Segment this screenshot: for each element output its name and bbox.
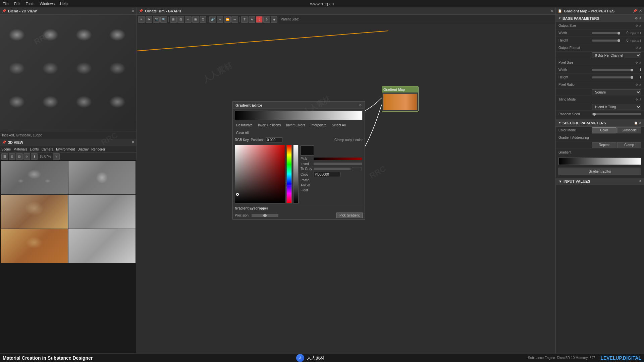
graph-tool-link[interactable]: 🔗 — [209, 16, 216, 23]
pin-3d-icon: 📌 — [2, 140, 6, 144]
3d-tool-4[interactable]: ⊹ — [23, 153, 30, 160]
base-params-section-header[interactable]: ▼ BASE PARAMETERS ⚙ ↺ — [556, 15, 644, 22]
ge-color-swatch[interactable] — [301, 145, 314, 156]
repeat-btn[interactable]: Repeat — [592, 142, 616, 148]
graph-tool-select[interactable]: ↖ — [138, 16, 145, 23]
graph-tool-pin[interactable]: 📍 — [256, 16, 263, 23]
material-thumb-4[interactable] — [68, 195, 136, 229]
tiling-dropdown-wrap: H and V Tiling — [592, 104, 641, 110]
website-watermark: www.rrcg.cn — [310, 1, 334, 6]
material-thumb-1[interactable] — [1, 161, 68, 194]
material-thumb-6[interactable] — [68, 229, 136, 263]
graph-tool-camera[interactable]: 📷 — [153, 16, 160, 23]
ge-alpha-strip[interactable] — [293, 145, 299, 203]
gradient-preview[interactable] — [558, 158, 641, 165]
color-mode-row: Color Mode Color Grayscale — [556, 127, 644, 134]
graph-tool-5[interactable]: ⊡ — [200, 16, 206, 23]
graph-toolbar: ↖ ✥ 📷 🔍 ⊞ ⊡ ⊹ ⊞ ⊡ 🔗 ✂ ⏩ ↩ T A 📍 B ◈ Pare… — [137, 15, 555, 24]
3d-tool-6[interactable]: ⤡ — [53, 153, 60, 160]
ge-gradient-bar[interactable] — [235, 111, 363, 120]
format-value-row: 8 Bits Per Channel — [556, 52, 644, 59]
properties-icon: 📋 — [558, 9, 562, 13]
specific-params-section-header[interactable]: ▼ SPECIFIC PARAMETERS 📋 ↺ — [556, 119, 644, 127]
ge-btn-desaturate[interactable]: Desaturate — [235, 123, 254, 128]
ge-hex-input[interactable] — [314, 172, 340, 177]
graph-header: 📌 OrnateTrim - GRAPH ✕ — [137, 7, 555, 15]
graph-tool-wrap[interactable]: ↩ — [231, 16, 238, 23]
ge-hue-strip[interactable] — [286, 145, 292, 203]
graph-tool-frame[interactable]: ⊞ — [170, 16, 177, 23]
ge-close[interactable]: ✕ — [359, 103, 362, 107]
graph-tool-c[interactable]: ◈ — [271, 16, 277, 23]
ge-btn-invert-pos[interactable]: Invert Positions — [257, 123, 282, 128]
graph-content[interactable]: Blend 4096x4096 - L16 — [137, 24, 555, 362]
px-width-slider[interactable] — [592, 69, 633, 71]
ge-btn-select-all[interactable]: Select All — [330, 123, 347, 128]
random-seed-slider[interactable] — [592, 113, 641, 115]
tab-scene[interactable]: Scene — [1, 147, 11, 151]
material-thumb-3[interactable] — [1, 195, 68, 229]
panel-3d-tabs: Scene Materials Lights Camera Environmen… — [0, 146, 137, 153]
ge-position-input[interactable] — [266, 137, 282, 142]
tab-lights[interactable]: Lights — [30, 147, 39, 151]
node-gradient-map[interactable]: Gradient Map — [382, 86, 419, 112]
close-right-icon[interactable]: ✕ — [639, 9, 642, 13]
input-values-section-header[interactable]: ▼ INPUT VALUES ↺ — [556, 178, 644, 185]
graph-tool-zoom[interactable]: 🔍 — [160, 16, 167, 23]
tab-renderer[interactable]: Renderer — [91, 147, 105, 151]
panel-2d-info: Indexed, Grayscale, 16bpc — [2, 133, 42, 137]
menu-tools[interactable]: Tools — [26, 2, 35, 6]
ge-pick-gradient-btn[interactable]: Pick Gradient — [336, 213, 363, 218]
height-slider[interactable] — [592, 40, 620, 42]
ratio-dropdown-wrap: Square — [592, 89, 641, 95]
3d-tool-5[interactable]: ℹ — [31, 153, 38, 160]
svg-line-0 — [137, 31, 388, 51]
ge-btn-clear-all[interactable]: Clear All — [235, 130, 250, 135]
graph-tool-fit[interactable]: ⊡ — [177, 16, 184, 23]
menu-windows[interactable]: Windows — [40, 2, 55, 6]
graph-tool-pass[interactable]: ⏩ — [224, 16, 231, 23]
close-3d-icon[interactable]: ✕ — [131, 140, 135, 144]
pin-right-icon[interactable]: 📌 — [633, 9, 637, 13]
ge-color-picker[interactable] — [235, 145, 285, 203]
format-dropdown[interactable]: 8 Bits Per Channel — [592, 52, 641, 58]
ge-precision-slider[interactable] — [252, 214, 278, 217]
tiling-dropdown[interactable]: H and V Tiling — [592, 104, 641, 110]
material-thumb-5[interactable] — [1, 229, 68, 263]
graph-tool-move[interactable]: ✥ — [146, 16, 152, 23]
ge-eyedropper-section: Gradient Eyedropper — [233, 205, 365, 212]
menu-help[interactable]: Help — [60, 2, 68, 6]
graph-tool-cut[interactable]: ✂ — [217, 16, 223, 23]
ratio-dropdown[interactable]: Square — [592, 89, 641, 95]
3d-tool-1[interactable]: ☰ — [1, 153, 8, 160]
ge-btn-interpolate[interactable]: Interpolate — [309, 123, 328, 128]
width-slider[interactable] — [592, 32, 620, 34]
tab-environment[interactable]: Environment — [56, 147, 75, 151]
graph-tool-b[interactable]: B — [263, 16, 270, 23]
3d-tool-2[interactable]: ⊞ — [9, 153, 15, 160]
close-2d-icon[interactable]: ✕ — [131, 9, 135, 13]
menu-edit[interactable]: Edit — [14, 2, 20, 6]
px-height-num: 1 — [635, 75, 641, 79]
ge-invert-row: Invert — [301, 162, 362, 166]
material-thumb-2[interactable] — [68, 161, 136, 194]
menu-file[interactable]: File — [3, 2, 9, 6]
graph-tool-a[interactable]: A — [249, 16, 255, 23]
ge-btn-invert-colors[interactable]: Invert Colors — [285, 123, 307, 128]
tab-display[interactable]: Display — [77, 147, 89, 151]
grayscale-btn[interactable]: Grayscale — [617, 127, 642, 133]
close-graph-icon[interactable]: ✕ — [550, 9, 553, 13]
tab-camera[interactable]: Camera — [42, 147, 54, 151]
clamp-btn[interactable]: Clamp — [617, 142, 642, 148]
graph-tool-text[interactable]: T — [241, 16, 248, 23]
px-height-slider[interactable] — [592, 76, 633, 78]
3d-tool-3[interactable]: ⊡ — [16, 153, 23, 160]
graph-tool-4[interactable]: ⊞ — [192, 16, 199, 23]
graph-tool-3[interactable]: ⊹ — [185, 16, 192, 23]
ge-paste-row: Paste — [301, 178, 362, 182]
gradient-editor-button[interactable]: Gradient Editor — [558, 168, 641, 175]
tab-materials[interactable]: Materials — [13, 147, 27, 151]
panel-2d-content[interactable] — [0, 15, 137, 131]
left-panel: 📌 Blend - 2D VIEW ✕ Indexed, Grayscale, … — [0, 7, 137, 362]
color-btn[interactable]: Color — [592, 127, 616, 133]
